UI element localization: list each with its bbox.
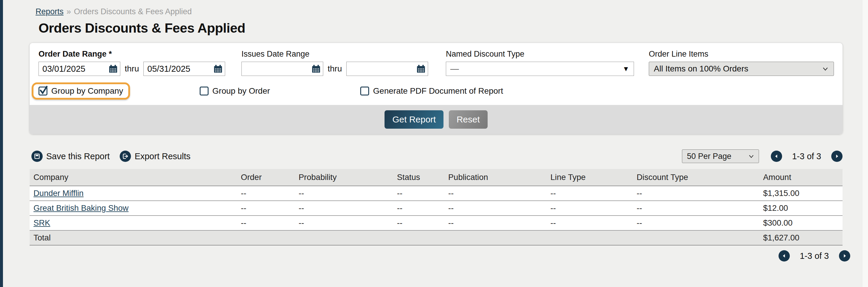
order-date-range-group: Order Date Range * thru <box>38 50 224 76</box>
export-icon <box>120 151 131 162</box>
issues-date-from-input[interactable] <box>242 62 323 76</box>
cell-discount-type: -- <box>633 201 759 216</box>
save-report-button[interactable]: Save this Report <box>31 151 110 162</box>
issues-date-to-input[interactable] <box>346 62 428 76</box>
checkbox-checked-icon <box>38 87 48 95</box>
column-header-discount-type: Discount Type <box>633 169 759 186</box>
triangle-left-icon <box>774 153 779 159</box>
cell-publication: -- <box>444 201 547 216</box>
export-results-button[interactable]: Export Results <box>120 151 190 162</box>
collapsed-sidebar-strip[interactable] <box>0 0 3 287</box>
page-title: Orders Discounts & Fees Applied <box>38 21 868 36</box>
checkbox-label: Group by Company <box>51 86 123 96</box>
issues-date-range-group: Issues Date Range thru <box>242 50 427 76</box>
named-discount-type-group: Named Discount Type — ▼ <box>446 50 634 76</box>
next-page-button[interactable] <box>839 250 850 261</box>
total-label: Total <box>30 230 237 245</box>
order-line-items-value: All Items on 100% Orders <box>654 64 748 74</box>
column-header-line-type: Line Type <box>547 169 633 186</box>
group-by-company-checkbox[interactable]: Group by Company <box>38 86 123 96</box>
table-header-row: Company Order Probability Status Publica… <box>30 169 842 186</box>
generate-pdf-checkbox[interactable]: Generate PDF Document of Report <box>360 86 503 96</box>
page-range-label: 1-3 of 3 <box>792 151 821 161</box>
total-amount: $1,627.00 <box>759 230 842 245</box>
thru-label: thru <box>328 64 342 74</box>
calendar-icon[interactable] <box>108 64 118 74</box>
table-total-row: Total $1,627.00 <box>30 230 842 245</box>
order-date-range-label: Order Date Range * <box>38 50 224 59</box>
column-header-status: Status <box>393 169 444 186</box>
order-date-to-input[interactable] <box>144 62 225 76</box>
table-row: Great British Baking Show -- -- -- -- --… <box>30 201 842 216</box>
cell-order: -- <box>237 201 295 216</box>
breadcrumb-link-reports[interactable]: Reports <box>36 7 64 16</box>
per-page-select[interactable]: 50 Per Page <box>682 149 759 163</box>
cell-order: -- <box>237 186 295 201</box>
checkbox-unchecked-icon <box>200 87 209 95</box>
cell-status: -- <box>393 216 444 230</box>
scrollbar-track[interactable] <box>862 0 868 287</box>
group-by-order-checkbox[interactable]: Group by Order <box>200 86 270 96</box>
previous-page-button[interactable] <box>771 151 782 162</box>
order-line-items-label: Order Line Items <box>649 50 834 59</box>
pagination-top: 50 Per Page 1-3 of 3 <box>682 149 842 163</box>
pagination-bottom: 1-3 of 3 <box>0 250 850 261</box>
get-report-button[interactable]: Get Report <box>384 110 443 129</box>
table-row: Dunder Mifflin -- -- -- -- -- -- $1,315.… <box>30 186 842 201</box>
issues-date-range-label: Issues Date Range <box>242 50 427 59</box>
report-table: Company Order Probability Status Publica… <box>30 169 842 246</box>
results-toolbar: Save this Report Export Results 50 Per P… <box>30 149 842 163</box>
cell-status: -- <box>393 201 444 216</box>
cell-amount: $1,315.00 <box>759 186 842 201</box>
cell-amount: $12.00 <box>759 201 842 216</box>
triangle-right-icon <box>842 253 847 259</box>
breadcrumb-current: Orders Discounts & Fees Applied <box>74 7 192 16</box>
calendar-icon[interactable] <box>213 64 223 74</box>
company-link[interactable]: Dunder Mifflin <box>33 189 84 198</box>
export-results-label: Export Results <box>134 151 190 161</box>
calendar-icon[interactable] <box>311 64 321 74</box>
checkbox-label: Group by Order <box>212 86 270 96</box>
reset-button[interactable]: Reset <box>449 110 487 129</box>
company-link[interactable]: Great British Baking Show <box>33 203 129 212</box>
column-header-amount: Amount <box>759 169 842 186</box>
cell-line-type: -- <box>547 186 633 201</box>
filter-panel: Order Date Range * thru <box>30 43 842 134</box>
cell-status: -- <box>393 186 444 201</box>
per-page-value: 50 Per Page <box>687 152 732 161</box>
cell-discount-type: -- <box>633 216 759 230</box>
column-header-publication: Publication <box>444 169 547 186</box>
column-header-probability: Probability <box>295 169 393 186</box>
thru-label: thru <box>125 64 139 74</box>
column-header-company: Company <box>30 169 237 186</box>
highlight-outline: Group by Company <box>32 82 130 99</box>
triangle-left-icon <box>781 253 787 259</box>
breadcrumb: Reports»Orders Discounts & Fees Applied <box>0 0 868 16</box>
save-report-label: Save this Report <box>46 151 110 161</box>
chevron-down-icon <box>821 65 830 73</box>
company-link[interactable]: SRK <box>33 218 50 227</box>
next-page-button[interactable] <box>831 151 842 162</box>
cell-line-type: -- <box>547 201 633 216</box>
named-discount-type-combobox[interactable]: — ▼ <box>446 62 634 76</box>
previous-page-button[interactable] <box>778 250 790 261</box>
chevron-down-icon <box>747 152 755 160</box>
order-date-from-input[interactable] <box>38 62 120 76</box>
cell-order: -- <box>237 216 295 230</box>
cell-discount-type: -- <box>633 186 759 201</box>
named-discount-type-label: Named Discount Type <box>446 50 634 59</box>
order-line-items-select[interactable]: All Items on 100% Orders <box>649 62 834 76</box>
table-row: SRK -- -- -- -- -- -- $300.00 <box>30 216 842 230</box>
order-line-items-group: Order Line Items All Items on 100% Order… <box>649 50 834 76</box>
group-options-row: Group by Company Group by Order Generate… <box>38 81 834 101</box>
checkbox-label: Generate PDF Document of Report <box>373 86 503 96</box>
calendar-icon[interactable] <box>416 64 426 74</box>
save-icon <box>31 151 43 162</box>
named-discount-type-value: — <box>450 64 459 74</box>
cell-probability: -- <box>295 201 393 216</box>
dropdown-arrow-icon[interactable]: ▼ <box>619 63 632 75</box>
breadcrumb-separator: » <box>67 7 71 16</box>
page-range-label: 1-3 of 3 <box>800 251 829 261</box>
triangle-right-icon <box>834 153 840 159</box>
cell-publication: -- <box>444 216 547 230</box>
